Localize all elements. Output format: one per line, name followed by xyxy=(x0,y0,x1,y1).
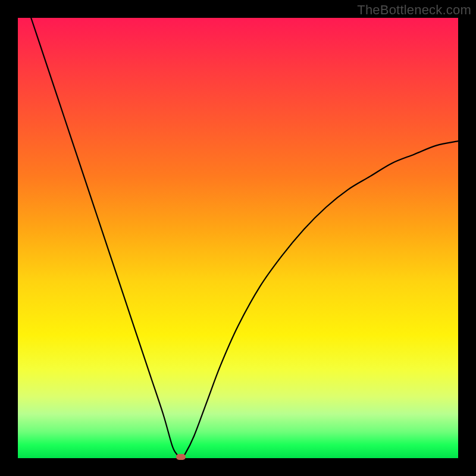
optimum-marker xyxy=(176,454,186,460)
chart-frame: TheBottleneck.com xyxy=(0,0,476,476)
bottleneck-curve xyxy=(18,18,458,458)
watermark-text: TheBottleneck.com xyxy=(357,2,471,18)
curve-path xyxy=(31,18,458,458)
